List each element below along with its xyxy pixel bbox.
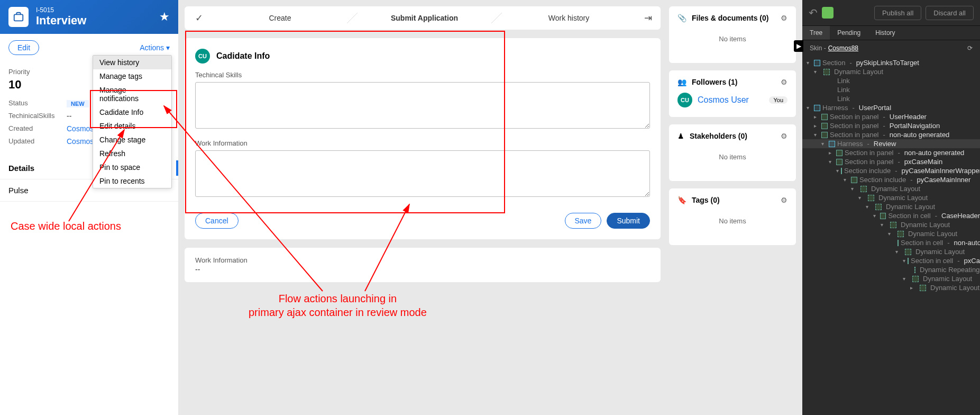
dev-tab-pending[interactable]: Pending <box>830 26 868 40</box>
briefcase-icon <box>8 7 29 27</box>
gear-icon[interactable]: ⚙ <box>781 132 787 140</box>
tree-node[interactable]: Link <box>802 76 980 85</box>
tree-node[interactable]: ▾ Dynamic Layout <box>802 274 980 283</box>
tree-node[interactable]: Link <box>802 94 980 103</box>
followers-title: Followers (1) <box>692 78 737 86</box>
tree-node[interactable]: Dynamic Repeating Layout <box>802 265 980 274</box>
stakeholder-icon: ♟ <box>677 132 684 140</box>
status-badge: NEW <box>67 100 89 107</box>
stakeholders-card: ♟ Stakeholders (0) ⚙ No items <box>669 124 796 181</box>
tech-skills-input[interactable] <box>195 82 650 129</box>
dev-tab-tree[interactable]: Tree <box>802 26 830 40</box>
inspector-icon[interactable] <box>822 7 834 19</box>
menu-pin-recents[interactable]: Pin to recents <box>93 174 171 188</box>
tree-node[interactable]: ▾ Dynamic Layout <box>802 202 980 211</box>
form-card: CU Cadidate Info Techincal Skills Work I… <box>185 38 661 239</box>
tree-node[interactable]: ▸ Section in panel-PortalNavigation <box>802 121 980 130</box>
tree-node[interactable]: ▾ Section in cell-pxCaseBreadcrumbs <box>802 256 980 265</box>
actions-menu-trigger[interactable]: Actions ▾ <box>140 43 170 52</box>
tree-node[interactable]: ▾ Dynamic Layout <box>802 229 980 238</box>
work-info-input[interactable] <box>195 150 650 197</box>
undo-icon[interactable]: ↶ <box>809 6 818 19</box>
tree-node[interactable]: Section in cell-non-auto generated <box>802 238 980 247</box>
people-icon: 👥 <box>677 78 686 86</box>
tree-node[interactable]: ▾ Section in panel-pxCaseMain <box>802 157 980 166</box>
gear-icon[interactable]: ⚙ <box>781 196 787 204</box>
tree-node[interactable]: ▾ Section in panel-non-auto generated <box>802 130 980 139</box>
dev-toolbar: ↶ Publish all Discard all <box>802 0 980 25</box>
stakeholders-empty: No items <box>677 140 787 174</box>
menu-manage-tags[interactable]: Manage tags <box>93 69 171 83</box>
techskills-value: -- <box>67 112 71 120</box>
tree-node[interactable]: ▾ Dynamic Layout <box>802 193 980 202</box>
menu-view-history[interactable]: View history <box>93 56 171 69</box>
files-card: 📎 Files & documents (0) ⚙ No items <box>669 6 796 63</box>
gear-icon[interactable]: ⚙ <box>781 78 787 86</box>
work-info-card-label: Work Information <box>195 256 650 264</box>
paperclip-icon: 📎 <box>677 14 686 22</box>
menu-edit-details[interactable]: Edit details <box>93 119 171 133</box>
publish-all-button[interactable]: Publish all <box>874 6 921 20</box>
menu-pin-space[interactable]: Pin to space <box>93 160 171 174</box>
skin-link[interactable]: Cosmos88 <box>828 44 858 52</box>
tree-node[interactable]: ▸ Section in panel-non-auto generated <box>802 148 980 157</box>
follower-name[interactable]: Cosmos User <box>698 95 749 105</box>
followers-card: 👥 Followers (1) ⚙ CU Cosmos User You <box>669 70 796 117</box>
tree-node[interactable]: Link <box>802 85 980 94</box>
case-header: I-5015 Interview ★ <box>0 0 178 34</box>
submit-button[interactable]: Submit <box>607 213 650 229</box>
tree-node[interactable]: ▾ Section-pySkipLinksToTarget <box>802 58 980 67</box>
tree-node[interactable]: ▾ Harness-UserPortal <box>802 103 980 112</box>
svg-rect-0 <box>14 14 23 21</box>
discard-all-button[interactable]: Discard all <box>926 6 974 20</box>
tree-node[interactable]: ▾ Section include-pyCaseMainInner <box>802 175 980 184</box>
exit-icon[interactable]: ⇥ <box>641 12 655 24</box>
stage-submit[interactable]: Submit Application <box>352 14 497 22</box>
actions-menu: View history Manage tags Manage notifica… <box>93 55 172 188</box>
stage-create[interactable]: Create <box>208 14 352 22</box>
work-info-label: Work Information <box>195 139 650 147</box>
tree-node[interactable]: ▾ Section include-pyCaseMainInnerWrapper <box>802 166 980 175</box>
tree-node[interactable]: ▾ Dynamic Layout <box>802 67 980 76</box>
check-icon: ✓ <box>190 12 208 24</box>
menu-change-stage[interactable]: Change stage <box>93 133 171 147</box>
case-summary-panel: I-5015 Interview ★ Edit Actions ▾ Priori… <box>0 0 178 415</box>
case-id: I-5015 <box>36 6 86 14</box>
case-title: Interview <box>36 14 86 28</box>
star-icon[interactable]: ★ <box>159 10 170 24</box>
priority-label: Priority <box>8 68 67 76</box>
created-label: Created <box>8 124 67 133</box>
updated-label: Updated <box>8 137 67 146</box>
menu-refresh[interactable]: Refresh <box>93 147 171 160</box>
stage-work-history[interactable]: Work history <box>497 14 641 22</box>
cancel-button[interactable]: Cancel <box>195 213 239 229</box>
save-button[interactable]: Save <box>565 213 602 229</box>
avatar-cu: CU <box>195 49 210 64</box>
stage-bar: ✓ Create Submit Application Work history… <box>185 6 661 30</box>
stakeholders-title: Stakeholders (0) <box>690 132 747 140</box>
dev-tree[interactable]: ▾ Section-pySkipLinksToTarget▾ Dynamic L… <box>802 56 980 415</box>
dev-skin-row: Skin -Cosmos88 ⟳ <box>802 40 980 56</box>
edit-button[interactable]: Edit <box>8 40 39 55</box>
menu-manage-notifications[interactable]: Manage notifications <box>93 83 171 105</box>
work-info-card: Work Information -- <box>185 248 661 282</box>
tags-empty: No items <box>677 204 787 238</box>
dev-tab-history[interactable]: History <box>868 26 902 40</box>
tree-node[interactable]: ▾ Harness-Review <box>802 139 980 148</box>
annotation-text-2: Flow actions launching inprimary ajax co… <box>249 292 427 319</box>
tags-title: Tags (0) <box>692 196 720 204</box>
collapse-caret-icon[interactable]: ▶ <box>794 40 803 52</box>
tree-node[interactable]: ▾ Section in cell-CaseHeader <box>802 211 980 220</box>
menu-candidate-info[interactable]: Cadidate Info <box>93 105 171 119</box>
work-info-card-value: -- <box>195 265 650 274</box>
tree-node[interactable]: ▾ Dynamic Layout <box>802 247 980 256</box>
tree-node[interactable]: ▾ Dynamic Layout <box>802 184 980 193</box>
dev-tabs: Tree Pending History <box>802 25 980 40</box>
tree-node[interactable]: ▾ Dynamic Layout <box>802 220 980 229</box>
files-empty: No items <box>677 22 787 56</box>
tree-node[interactable]: ▸ Section in panel-UserHeader <box>802 112 980 121</box>
tree-node[interactable]: ▸ Dynamic Layout <box>802 283 980 292</box>
form-title: Cadidate Info <box>216 51 270 61</box>
gear-icon[interactable]: ⚙ <box>781 14 787 22</box>
refresh-icon[interactable]: ⟳ <box>967 44 973 52</box>
